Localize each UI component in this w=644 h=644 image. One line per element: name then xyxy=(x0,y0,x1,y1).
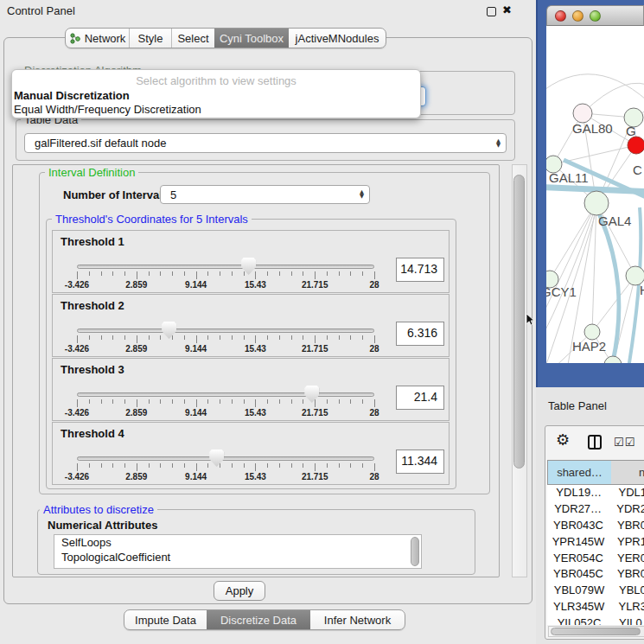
slider-scale-label: -3.426 xyxy=(65,344,89,354)
slider-scale-label: 2.859 xyxy=(125,280,147,290)
table-cell-name[interactable]: YBL0 xyxy=(611,583,644,599)
network-edge xyxy=(546,74,644,108)
table-row[interactable]: YDR27…YDR2 xyxy=(547,501,644,518)
attribute-list-item[interactable]: SelfLoops xyxy=(54,535,421,550)
tab-style[interactable]: Style xyxy=(129,29,171,48)
attributes-listbox[interactable]: SelfLoopsTopologicalCoefficientBetweenne… xyxy=(54,534,422,569)
apply-button[interactable]: Apply xyxy=(214,581,265,601)
table-data-combo[interactable]: galFiltered.sif default node ▲▼ xyxy=(24,133,507,153)
slider-tick xyxy=(350,335,351,340)
tab-network[interactable]: Network xyxy=(66,29,129,48)
attribute-list-item[interactable]: BetweennessCentrality xyxy=(54,564,421,569)
attribute-list-item[interactable]: TopologicalCoefficient xyxy=(54,550,421,564)
network-icon xyxy=(69,33,80,44)
float-window-icon[interactable] xyxy=(487,7,496,16)
algorithm-option-manual[interactable]: Manual Discretization xyxy=(14,89,130,102)
slider-tick xyxy=(89,463,90,468)
slider-track[interactable] xyxy=(77,265,374,269)
table-cell-name[interactable]: YLR3 xyxy=(610,599,644,615)
threshold-value-field[interactable]: 11.344 xyxy=(396,450,444,474)
tab-infer-network[interactable]: Infer Network xyxy=(310,610,405,629)
table-cell-name[interactable]: YER0 xyxy=(609,551,644,567)
tab-label: jActiveMNodules xyxy=(296,32,379,45)
tab-label: Select xyxy=(177,32,208,45)
table-cell-shared-name[interactable]: YER054C xyxy=(547,551,609,567)
table-cell-shared-name[interactable]: YDR27… xyxy=(547,501,609,518)
table-row[interactable]: YIL052CYIL0 xyxy=(547,615,644,625)
minimize-window-icon[interactable] xyxy=(572,10,583,22)
table-row[interactable]: YLR345WYLR3 xyxy=(547,599,644,615)
table-cell-name[interactable]: YBR0 xyxy=(609,518,644,534)
gear-icon[interactable]: ⚙ xyxy=(556,430,570,449)
network-node[interactable] xyxy=(628,137,644,154)
attributes-scrollbar[interactable] xyxy=(411,537,419,566)
mouse-cursor xyxy=(526,314,536,326)
table-cell-shared-name[interactable]: YLR345W xyxy=(547,599,610,615)
table-cell-shared-name[interactable]: YIL052C xyxy=(547,615,611,625)
table-cell-name[interactable]: YDL1 xyxy=(610,485,644,501)
network-node-label: G xyxy=(626,124,636,138)
tab-cyni-toolbox[interactable]: Cyni Toolbox xyxy=(214,29,289,48)
network-node[interactable] xyxy=(604,356,622,363)
table-row[interactable]: YER054CYER0 xyxy=(547,551,644,567)
table-cell-shared-name[interactable]: YBL079W xyxy=(547,583,611,599)
slider-handle[interactable] xyxy=(162,322,176,339)
table-column-header-shared[interactable]: shared… xyxy=(547,460,612,485)
slider-tick xyxy=(124,271,125,276)
slider-scale-label: 15.43 xyxy=(245,408,266,418)
slider-tick xyxy=(77,463,78,471)
close-panel-icon[interactable]: ✖ xyxy=(502,3,512,16)
table-cell-shared-name[interactable]: YPR145W xyxy=(547,534,609,551)
control-panel-scrollbar-thumb[interactable] xyxy=(513,175,525,469)
zoom-window-icon[interactable] xyxy=(590,10,601,22)
table-row[interactable]: YBL079WYBL0 xyxy=(547,583,644,599)
network-node[interactable] xyxy=(584,324,600,340)
table-cell-shared-name[interactable]: YBR045C xyxy=(547,566,609,583)
slider-tick xyxy=(207,335,208,340)
tab-discretize-data[interactable]: Discretize Data xyxy=(207,610,310,629)
slider-handle[interactable] xyxy=(209,450,224,467)
table-row[interactable]: YBR043CYBR0 xyxy=(547,518,644,534)
slider-tick xyxy=(291,271,292,276)
table-row[interactable]: YPR145WYPR1 xyxy=(547,534,644,551)
checkboxes-icon[interactable]: ☑☑ xyxy=(614,436,635,449)
split-columns-icon[interactable] xyxy=(588,435,602,450)
algorithm-option-equal-width[interactable]: Equal Width/Frequency Discretization xyxy=(14,103,201,116)
slider-tick xyxy=(303,335,303,340)
threshold-value-field[interactable]: 6.316 xyxy=(396,322,444,346)
slider-scale-label: 9.144 xyxy=(185,280,207,290)
table-cell-name[interactable]: YIL0 xyxy=(611,615,642,625)
table-cell-shared-name[interactable]: YDL19… xyxy=(547,485,610,501)
slider-tick xyxy=(291,463,292,468)
network-node[interactable] xyxy=(573,104,592,123)
slider-track[interactable] xyxy=(77,392,374,397)
threshold-value-field[interactable]: 14.713 xyxy=(396,258,444,282)
slider-tick xyxy=(350,399,351,404)
network-canvas[interactable]: GAL80GCGAL11GAL4GCY1HHAP2 xyxy=(546,26,644,363)
close-window-icon[interactable] xyxy=(555,10,566,22)
network-node[interactable] xyxy=(584,191,609,215)
tab-jactivemnodules[interactable]: jActiveMNodules xyxy=(289,29,386,48)
network-window-titlebar[interactable] xyxy=(546,5,644,26)
slider-track[interactable] xyxy=(77,456,374,461)
tab-impute-data[interactable]: Impute Data xyxy=(124,610,207,629)
num-intervals-combo[interactable]: 5 ▲▼ xyxy=(160,185,370,204)
threshold-value-field[interactable]: 21.4 xyxy=(396,386,444,410)
table-row[interactable]: YBR045CYBR0 xyxy=(547,566,644,583)
table-cell-name[interactable]: YBR0 xyxy=(609,566,644,583)
slider-tick xyxy=(362,463,363,468)
table-cell-shared-name[interactable]: YBR043C xyxy=(547,518,609,534)
slider-tick xyxy=(160,463,161,468)
slider-scale-label: 2.859 xyxy=(125,344,147,354)
table-hscrollbar-thumb[interactable] xyxy=(551,628,641,635)
table-row[interactable]: YDL19…YDL1 xyxy=(547,485,644,501)
slider-tick xyxy=(89,335,90,340)
table-cell-name[interactable]: YDR2 xyxy=(609,501,644,518)
table-column-header-name[interactable]: n xyxy=(611,460,644,485)
table-cell-name[interactable]: YPR1 xyxy=(609,534,644,551)
slider-track[interactable] xyxy=(77,328,374,333)
slider-tick xyxy=(232,463,233,468)
slider-tick xyxy=(315,335,316,343)
tab-select[interactable]: Select xyxy=(171,29,214,48)
slider-handle[interactable] xyxy=(304,386,319,403)
